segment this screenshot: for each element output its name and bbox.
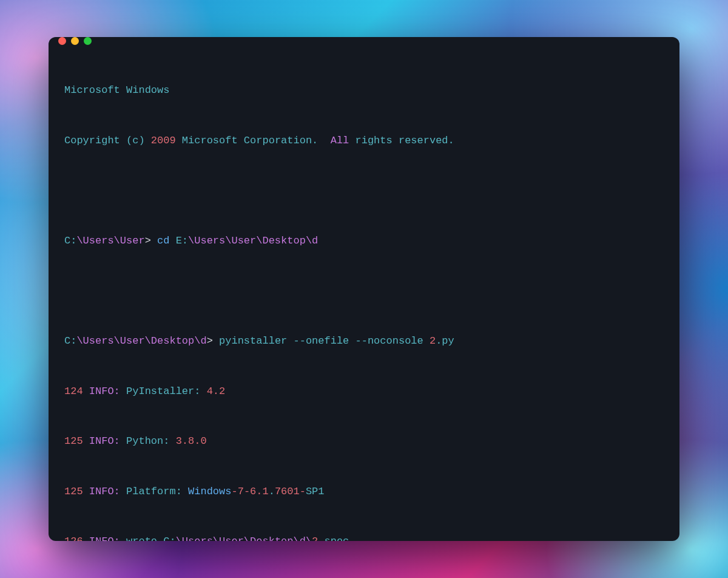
terminal-body[interactable]: Microsoft Windows Copyright (c) 2009 Mic… (49, 45, 679, 541)
minimize-icon[interactable] (71, 37, 79, 45)
blank-line (64, 282, 664, 299)
prompt-line-1: C:\Users\User> cd E:\Users\User\Desktop\… (64, 233, 664, 250)
header-line-2: Copyright (c) 2009 Microsoft Corporation… (64, 132, 664, 149)
maximize-icon[interactable] (84, 37, 92, 45)
close-icon[interactable] (58, 37, 66, 45)
prompt-line-2: C:\Users\User\Desktop\d> pyinstaller --o… (64, 333, 664, 350)
terminal-window: Microsoft Windows Copyright (c) 2009 Mic… (49, 37, 679, 541)
blank-line (64, 182, 664, 199)
output-line: 126 INFO: wrote C:\Users\User\Desktop\d\… (64, 533, 664, 541)
output-line: 125 INFO: Platform: Windows-7-6.1.7601-S… (64, 483, 664, 500)
title-bar (49, 37, 679, 45)
output-line: 125 INFO: Python: 3.8.0 (64, 433, 664, 450)
header-line-1: Microsoft Windows (64, 82, 664, 99)
output-line: 124 INFO: PyInstaller: 4.2 (64, 383, 664, 400)
